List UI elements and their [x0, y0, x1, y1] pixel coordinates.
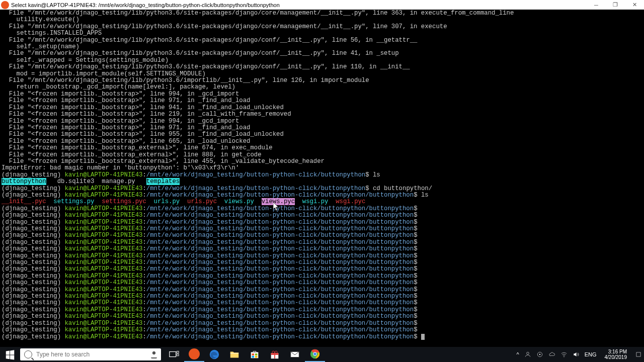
- svg-rect-1: [177, 351, 179, 353]
- tray-chevron-icon[interactable]: ^: [516, 351, 519, 357]
- svg-rect-11: [274, 353, 275, 358]
- terminal-line: File "<frozen importlib._bootstrap>", li…: [2, 91, 642, 98]
- terminal-line: File "<frozen importlib._bootstrap>", li…: [2, 111, 642, 118]
- terminal-line: settings.INSTALLED_APPS: [2, 30, 642, 37]
- svg-rect-8: [255, 356, 258, 358]
- terminal-line: File "/mnt/e/work/djnago_testing/lib/pyt…: [2, 77, 642, 84]
- terminal-line: (djnago_testing) kavin@LAPTOP-41PNIE43:/…: [2, 253, 642, 259]
- window-controls: ─ ❐ ✕: [587, 0, 644, 10]
- ubuntu-icon: [1, 1, 9, 9]
- svg-rect-2: [177, 354, 179, 356]
- terminal-line: (djnago_testing) kavin@LAPTOP-41PNIE43:/…: [2, 226, 642, 232]
- svg-point-18: [526, 352, 529, 354]
- terminal-line: return _bootstrap._gcd_import(name[level…: [2, 84, 642, 90]
- terminal-line: File "/mnt/e/work/djnago_testing/lib/pyt…: [2, 24, 642, 30]
- system-tray: ^ ENG 3:16 PM 4/20/2019: [514, 349, 644, 360]
- language-indicator[interactable]: ENG: [585, 351, 597, 357]
- cloud-icon[interactable]: [548, 351, 555, 358]
- terminal-line: (djnago_testing) kavin@LAPTOP-41PNIE43:/…: [2, 172, 642, 178]
- svg-point-17: [313, 352, 316, 355]
- chrome-app[interactable]: [305, 347, 325, 362]
- terminal-line: (djnago_testing) kavin@LAPTOP-41PNIE43:/…: [2, 334, 642, 341]
- terminal-line: File "<frozen importlib._bootstrap_exter…: [2, 158, 642, 165]
- terminal-line: (djnago_testing) kavin@LAPTOP-41PNIE43:/…: [2, 219, 642, 226]
- volume-icon[interactable]: [573, 351, 580, 358]
- svg-rect-0: [170, 352, 176, 357]
- svg-rect-5: [252, 353, 255, 355]
- terminal-line: File "/mnt/e/work/djnago_testing/lib/pyt…: [2, 50, 642, 57]
- terminal-line: (djnago_testing) kavin@LAPTOP-41PNIE43:/…: [2, 212, 642, 219]
- terminal-line: (djnago_testing) kavin@LAPTOP-41PNIE43:/…: [2, 300, 642, 306]
- window-titlebar: Select kavin@LAPTOP-41PNIE43: /mnt/e/wor…: [0, 0, 644, 10]
- terminal-line: (djnago_testing) kavin@LAPTOP-41PNIE43:/…: [2, 280, 642, 286]
- svg-rect-6: [255, 353, 258, 355]
- chrome-icon: [309, 348, 320, 359]
- terminal-line: (djnago_testing) kavin@LAPTOP-41PNIE43:/…: [2, 293, 642, 300]
- notifications-icon[interactable]: [635, 351, 642, 358]
- window-title: Select kavin@LAPTOP-41PNIE43: /mnt/e/wor…: [11, 2, 587, 8]
- clock-time: 3:16 PM: [605, 349, 627, 354]
- terminal-line: (djnago_testing) kavin@LAPTOP-41PNIE43:/…: [2, 320, 642, 327]
- taskbar-search[interactable]: [20, 348, 161, 360]
- ubuntu-terminal-app[interactable]: [184, 347, 204, 362]
- terminal-line: (djnago_testing) kavin@LAPTOP-41PNIE43:/…: [2, 273, 642, 280]
- terminal-line: File "<frozen importlib._bootstrap_exter…: [2, 145, 642, 151]
- terminal-line: File "<frozen importlib._bootstrap>", li…: [2, 118, 642, 125]
- terminal-line: (djnago_testing) kavin@LAPTOP-41PNIE43:/…: [2, 206, 642, 212]
- terminal-line: ImportError: bad magic number in 'button…: [2, 165, 642, 171]
- terminal-line: File "/mnt/e/work/djnago_testing/lib/pyt…: [2, 10, 642, 17]
- terminal-line: (djnago_testing) kavin@LAPTOP-41PNIE43:/…: [2, 232, 642, 239]
- terminal-line: (djnago_testing) kavin@LAPTOP-41PNIE43:/…: [2, 246, 642, 252]
- terminal-line: (djnago_testing) kavin@LAPTOP-41PNIE43:/…: [2, 287, 642, 293]
- location-icon[interactable]: [536, 351, 543, 358]
- terminal-line: File "<frozen importlib._bootstrap>", li…: [2, 98, 642, 104]
- clock-date: 4/20/2019: [605, 354, 627, 360]
- minimize-button[interactable]: ─: [587, 0, 606, 10]
- edge-browser-app[interactable]: [204, 347, 224, 362]
- terminal-line: (djnago_testing) kavin@LAPTOP-41PNIE43:/…: [2, 327, 642, 333]
- mail-icon: [289, 349, 300, 360]
- terminal-line: mod = importlib.import_module(self.SETTI…: [2, 71, 642, 77]
- terminal-line: File "/mnt/e/work/djnago_testing/lib/pyt…: [2, 64, 642, 70]
- microsoft-store-app[interactable]: [245, 347, 265, 362]
- terminal-line: (djnago_testing) kavin@LAPTOP-41PNIE43:/…: [2, 313, 642, 320]
- terminal-line: (djnago_testing) kavin@LAPTOP-41PNIE43:/…: [2, 186, 642, 192]
- terminal-line: (djnago_testing) kavin@LAPTOP-41PNIE43:/…: [2, 307, 642, 313]
- svg-rect-7: [252, 356, 255, 358]
- gift-icon: [269, 349, 280, 360]
- svg-point-20: [539, 354, 540, 355]
- task-view-icon: [169, 349, 180, 360]
- taskbar-pins: [164, 347, 325, 362]
- svg-point-13: [275, 351, 277, 353]
- gift-app[interactable]: [265, 347, 285, 362]
- terminal-line: File "<frozen importlib._bootstrap>", li…: [2, 125, 642, 131]
- windows-logo-icon: [5, 349, 16, 360]
- windows-taskbar: ^ ENG 3:16 PM 4/20/2019: [0, 347, 644, 362]
- maximize-button[interactable]: ❐: [606, 0, 625, 10]
- terminal-line: (djnago_testing) kavin@LAPTOP-41PNIE43:/…: [2, 192, 642, 199]
- start-button[interactable]: [0, 347, 20, 362]
- folder-icon: [229, 349, 240, 360]
- terminal-line: (djnago_testing) kavin@LAPTOP-41PNIE43:/…: [2, 239, 642, 246]
- terminal-line: __init__.pyc settings.py settings.pyc ur…: [2, 199, 642, 205]
- terminal-output[interactable]: File "/mnt/e/work/djnago_testing/lib/pyt…: [0, 10, 644, 347]
- microphone-icon: [151, 350, 157, 358]
- terminal-line: (djnago_testing) kavin@LAPTOP-41PNIE43:/…: [2, 266, 642, 273]
- terminal-line: buttonpython db.sqlite3 manage.py templa…: [2, 178, 642, 185]
- ubuntu-icon: [189, 348, 200, 359]
- store-icon: [249, 349, 260, 360]
- terminal-line: utility.execute(): [2, 17, 642, 23]
- close-button[interactable]: ✕: [625, 0, 644, 10]
- people-icon[interactable]: [524, 351, 531, 358]
- mail-app[interactable]: [285, 347, 305, 362]
- search-input[interactable]: [36, 351, 151, 358]
- terminal-line: File "<frozen importlib._bootstrap_exter…: [2, 152, 642, 158]
- terminal-line: File "<frozen importlib._bootstrap>", li…: [2, 131, 642, 138]
- wifi-icon[interactable]: [560, 351, 568, 358]
- edge-icon: [209, 349, 220, 360]
- clock[interactable]: 3:16 PM 4/20/2019: [602, 349, 630, 360]
- task-view-button[interactable]: [164, 347, 184, 362]
- svg-point-21: [564, 356, 564, 357]
- file-explorer-app[interactable]: [224, 347, 245, 362]
- terminal-line: self._setup(name): [2, 44, 642, 50]
